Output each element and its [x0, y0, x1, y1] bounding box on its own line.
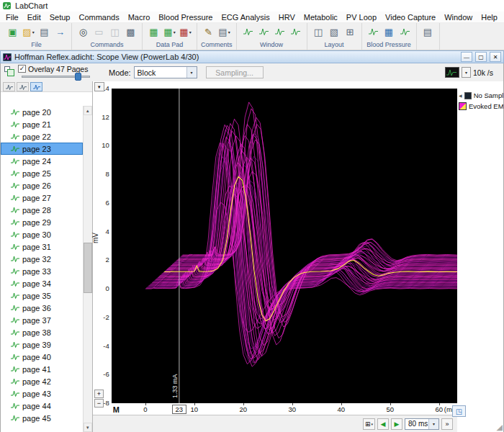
datapad-clear-icon[interactable]: ▦▾ — [178, 24, 193, 39]
page-list-item[interactable]: page 43 — [1, 387, 83, 400]
menu-hrv[interactable]: HRV — [274, 12, 300, 22]
page-list-item[interactable]: page 22 — [1, 130, 83, 143]
sampling-button[interactable]: Sampling... — [206, 66, 264, 78]
chart-view-tab[interactable] — [3, 82, 15, 91]
zoom-in-button[interactable]: + — [94, 390, 104, 398]
print-icon[interactable]: ▤ — [37, 24, 52, 39]
menu-commands[interactable]: Commands — [74, 12, 123, 22]
cascade-windows-icon[interactable]: ▧ — [327, 24, 342, 39]
scope-window-icon[interactable] — [256, 24, 271, 39]
select-icon[interactable]: ▭ — [91, 24, 107, 39]
scroll-thumb[interactable] — [84, 243, 92, 293]
page-list-item[interactable]: page 40 — [1, 351, 83, 363]
rate-dropdown-button[interactable]: ▾ — [462, 67, 471, 78]
scroll-down-button[interactable]: ▼ — [84, 423, 92, 432]
chevron-down-icon: ▾ — [189, 30, 192, 35]
page-list-item[interactable]: page 39 — [1, 338, 83, 351]
channel-color-swatch[interactable] — [459, 102, 467, 110]
arrange-windows-icon[interactable]: ⊞ — [343, 24, 358, 39]
page-list-item[interactable]: page 35 — [1, 289, 83, 302]
page-list-item[interactable]: page 30 — [1, 228, 83, 240]
menu-blood-pressure[interactable]: Blood Pressure — [154, 12, 217, 22]
page-list-item[interactable]: page 38 — [1, 326, 83, 338]
menu-macro[interactable]: Macro — [124, 12, 155, 22]
overlay-settings-button[interactable] — [3, 64, 16, 74]
bp-chart-icon[interactable] — [366, 24, 381, 39]
restore-button[interactable]: ▢ — [475, 52, 487, 62]
page-list-item[interactable]: page 36 — [1, 302, 83, 314]
menu-setup[interactable]: Setup — [45, 12, 75, 22]
page-list-item[interactable]: page 23 — [1, 143, 83, 155]
display-settings-button[interactable] — [445, 67, 459, 78]
bp-analysis-icon[interactable] — [397, 24, 413, 39]
xy-window-icon[interactable] — [288, 24, 303, 39]
current-page-indicator[interactable]: 23 — [172, 405, 186, 414]
page-list-item[interactable]: page 44 — [1, 400, 83, 412]
compression-button[interactable]: ⊞▾ — [363, 418, 375, 430]
zoom-window-icon[interactable] — [240, 24, 256, 39]
minimize-button[interactable]: — — [461, 52, 472, 62]
macro-run-icon[interactable]: ▩ — [123, 24, 138, 39]
menu-metabolic[interactable]: Metabolic — [300, 12, 342, 22]
page-list-item[interactable]: page 42 — [1, 375, 83, 387]
datapad-view-icon[interactable]: ▦▾ — [162, 24, 177, 39]
page-list-item[interactable]: page 29 — [1, 216, 83, 228]
channel-row[interactable]: Evoked EMG — [457, 101, 503, 112]
zoom-out-button[interactable]: − — [94, 399, 104, 408]
tile-windows-icon[interactable]: ◫ — [311, 24, 326, 39]
next-page-button[interactable]: ▶ — [391, 418, 402, 430]
menu-ecg-analysis[interactable]: ECG Analysis — [217, 12, 274, 22]
channel-label[interactable]: Evoked EMG — [469, 102, 503, 110]
find-icon[interactable]: ◎ — [76, 24, 91, 39]
collapse-panel-button[interactable]: ◀ — [459, 93, 462, 98]
page-list-item[interactable]: page 41 — [1, 363, 83, 375]
prev-page-button[interactable]: ◀ — [377, 418, 389, 430]
comments-view-tab[interactable] — [17, 82, 29, 91]
bp-report-icon[interactable]: ▦ — [382, 24, 397, 39]
page-list-item[interactable]: page 20 — [1, 106, 83, 118]
advance-button[interactable]: » — [441, 418, 453, 430]
add-comment-icon[interactable]: ✎ — [201, 24, 216, 39]
menu-help[interactable]: Help — [477, 12, 502, 22]
page-list-item[interactable]: page 21 — [1, 118, 83, 130]
overlay-pages-checkbox[interactable]: ✓ — [18, 65, 26, 73]
marker-m[interactable]: M — [113, 405, 120, 414]
page-list-item[interactable]: page 37 — [1, 314, 83, 326]
scroll-up-button[interactable]: ▲ — [84, 106, 92, 115]
overlay-pages-slider[interactable] — [22, 73, 90, 81]
zoom-selection-icon[interactable]: ◫ — [107, 24, 122, 39]
page-list-scrollbar[interactable]: ▲ ▼ — [83, 106, 92, 432]
scope-plot[interactable]: 1.33 mA — [112, 89, 458, 403]
chart-window-icon[interactable] — [272, 24, 287, 39]
open-file-icon[interactable]: ▨▾ — [21, 24, 36, 39]
scope-pages-tab[interactable] — [30, 82, 42, 91]
page-list-item[interactable]: page 33 — [1, 265, 83, 277]
page-list-item[interactable]: page 27 — [1, 192, 83, 204]
menu-window[interactable]: Window — [440, 12, 477, 22]
extra-tools-icon[interactable]: ▤ — [420, 24, 436, 39]
resize-grip[interactable]: ◢ — [497, 423, 503, 432]
page-list-item[interactable]: page 32 — [1, 253, 83, 265]
menu-file[interactable]: File — [1, 12, 23, 22]
datapad-icon[interactable]: ▦ — [146, 24, 161, 39]
new-document-icon[interactable]: ▣ — [5, 24, 20, 39]
page-list-item[interactable]: page 26 — [1, 179, 83, 192]
page-list-item[interactable]: page 24 — [1, 155, 83, 167]
mode-select[interactable]: Block ▾ — [134, 66, 197, 78]
close-button[interactable]: ✕ — [490, 52, 501, 62]
page-list-item[interactable]: page 45 — [1, 412, 83, 424]
plot-options-button[interactable]: ▼ — [94, 82, 104, 91]
menu-video-capture[interactable]: Video Capture — [381, 12, 440, 22]
menu-pv-loop[interactable]: PV Loop — [342, 12, 381, 22]
scroll-mode-button[interactable]: ◳ — [452, 405, 466, 417]
slider-thumb[interactable] — [75, 73, 81, 81]
export-icon[interactable]: → — [53, 24, 68, 39]
page-list-item[interactable]: page 25 — [1, 167, 83, 179]
timebase-select[interactable]: 80 ms ▾ — [405, 418, 439, 430]
page-list-item[interactable]: page 28 — [1, 204, 83, 216]
toolbar-group-label: Data Pad — [146, 41, 193, 49]
page-list-item[interactable]: page 34 — [1, 277, 83, 289]
page-list-item[interactable]: page 31 — [1, 240, 83, 253]
comments-list-icon[interactable]: ▤▾ — [217, 24, 232, 39]
menu-edit[interactable]: Edit — [23, 12, 45, 22]
